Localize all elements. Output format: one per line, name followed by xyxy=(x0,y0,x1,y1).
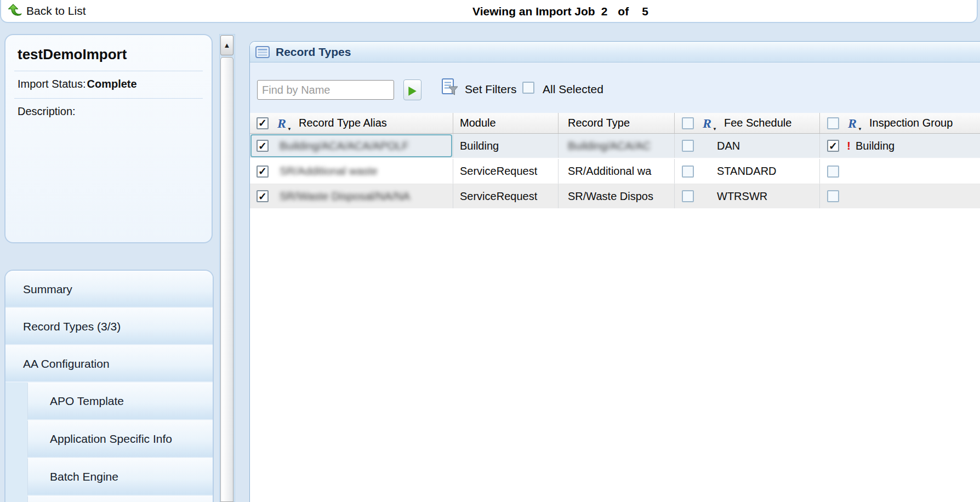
job-total-number: 5 xyxy=(642,5,648,18)
all-selected-checkbox[interactable] xyxy=(522,82,534,94)
column-header-module: Module xyxy=(453,113,559,133)
back-to-list-label: Back to List xyxy=(26,4,86,18)
column-label: Record Type Alias xyxy=(299,117,387,129)
checkmark-icon: ✓ xyxy=(258,191,267,202)
inspection-group-value: Building xyxy=(856,140,894,152)
job-current-number: 2 xyxy=(601,5,608,18)
import-status-line: Import Status:Complete xyxy=(18,78,200,90)
cell-record-type: SR/Additional wa xyxy=(559,159,675,184)
column-label: Fee Schedule xyxy=(724,117,791,129)
vertical-scrollbar[interactable]: ▲ xyxy=(219,34,235,502)
row-select-checkbox[interactable]: ✓ xyxy=(257,166,269,178)
search-go-button[interactable]: ▶ xyxy=(403,79,421,100)
sidebar-item-label: APO Template xyxy=(50,395,124,407)
row-select-checkbox[interactable]: ✓ xyxy=(257,190,269,202)
sidebar-item-partial[interactable] xyxy=(27,496,213,502)
inspection-group-checkbox[interactable]: ✓ xyxy=(827,140,839,152)
inspection-group-select-all-checkbox[interactable] xyxy=(827,117,839,129)
divider xyxy=(14,98,203,99)
import-status-value: Complete xyxy=(87,78,137,90)
cell-fee-schedule: STANDARD xyxy=(675,159,820,184)
record-type-alias-value: SR/Additional waste xyxy=(280,165,378,178)
record-types-panel: Record Types ▶ Set Filters All Selected … xyxy=(249,41,980,502)
select-all-checkbox[interactable]: ✓ xyxy=(257,117,269,129)
scrollbar-thumb[interactable] xyxy=(220,57,233,502)
back-arrow-icon xyxy=(8,4,22,18)
fee-schedule-select-all-checkbox[interactable] xyxy=(682,117,694,129)
module-value: ServiceRequest xyxy=(460,165,537,178)
import-status-label: Import Status: xyxy=(18,78,86,90)
cell-fee-schedule: WTRSWR xyxy=(675,184,820,208)
sidebar-item-record-types[interactable]: Record Types (3/3) xyxy=(5,308,213,345)
page-title: Viewing an Import Job 2 of 5 xyxy=(472,5,648,18)
table-row[interactable]: ✓ Building/ACA/ACA/APOLF Building Buildi… xyxy=(250,134,980,159)
sidebar-item-label: Batch Engine xyxy=(50,470,118,483)
column-label: Module xyxy=(460,117,496,129)
divider xyxy=(14,71,203,71)
cell-inspection-group: ✓ ! Building xyxy=(820,134,980,158)
record-type-alias-value: Building/ACA/ACA/APOLF xyxy=(280,140,409,152)
table-row[interactable]: ✓ SR/Waste Disposal/NA/NA ServiceRequest… xyxy=(250,184,980,209)
sidebar-item-label: Summary xyxy=(23,283,72,295)
cell-inspection-group xyxy=(820,184,980,208)
inspection-group-checkbox[interactable] xyxy=(827,190,839,202)
cell-fee-schedule: DAN xyxy=(675,134,820,158)
cell-module: ServiceRequest xyxy=(453,159,559,184)
inspection-group-checkbox[interactable] xyxy=(827,166,839,178)
fee-schedule-filter-icon[interactable]: R▼ xyxy=(703,117,717,130)
checkmark-icon: ✓ xyxy=(258,118,267,128)
record-type-filter-icon[interactable]: R▼ xyxy=(277,117,292,130)
sidebar-subsection: APO Template Application Specific Info B… xyxy=(27,383,213,502)
scroll-up-button[interactable]: ▲ xyxy=(220,35,233,55)
record-type-value: Building/ACA/AC xyxy=(568,140,651,152)
panel-title: Record Types xyxy=(276,45,351,59)
fee-schedule-checkbox[interactable] xyxy=(682,140,694,152)
module-value: ServiceRequest xyxy=(460,190,537,203)
sidebar-item-application-specific-info[interactable]: Application Specific Info xyxy=(27,420,213,458)
up-arrow-icon: ▲ xyxy=(224,41,231,49)
all-selected-label: All Selected xyxy=(543,83,603,96)
import-info-card: testDemoImport Import Status:Complete De… xyxy=(4,34,213,243)
cell-module: ServiceRequest xyxy=(453,184,559,208)
fee-schedule-value: WTRSWR xyxy=(717,190,767,203)
sidebar-item-batch-engine[interactable]: Batch Engine xyxy=(27,458,213,496)
table-row[interactable]: ✓ SR/Additional waste ServiceRequest SR/… xyxy=(250,159,980,184)
sidebar-item-apo-template[interactable]: APO Template xyxy=(27,383,213,420)
cell-record-type-alias: ✓ SR/Waste Disposal/NA/NA xyxy=(250,184,453,208)
back-to-list-button[interactable]: Back to List xyxy=(8,4,86,18)
sidebar-item-label: Application Specific Info xyxy=(50,432,172,445)
column-label: Record Type xyxy=(568,117,630,129)
inspection-group-filter-icon[interactable]: R▼ xyxy=(848,117,862,130)
sidebar-item-label: AA Configuration xyxy=(23,357,110,370)
module-value: Building xyxy=(460,140,499,152)
row-select-checkbox[interactable]: ✓ xyxy=(257,140,269,152)
description-label: Description: xyxy=(18,105,76,117)
cell-record-type: Building/ACA/AC xyxy=(559,134,675,158)
sort-arrow-icon: ▼ xyxy=(858,127,862,132)
column-label: Inspection Group xyxy=(869,117,953,129)
alert-icon: ! xyxy=(847,139,851,152)
record-types-icon xyxy=(255,46,270,58)
checkmark-icon: ✓ xyxy=(258,166,267,176)
fee-schedule-checkbox[interactable] xyxy=(682,166,694,178)
description-line: Description: xyxy=(18,105,200,118)
fee-schedule-value: DAN xyxy=(717,140,740,152)
fee-schedule-value: STANDARD xyxy=(717,165,777,178)
set-filters-icon[interactable] xyxy=(442,78,458,96)
sidebar-item-aa-configuration[interactable]: AA Configuration xyxy=(5,345,213,383)
sort-arrow-icon: ▼ xyxy=(287,127,292,132)
checkmark-icon: ✓ xyxy=(258,141,267,151)
column-header-inspection-group: R▼ Inspection Group xyxy=(820,113,980,133)
cell-inspection-group xyxy=(820,159,980,184)
top-bar: Back to List Viewing an Import Job 2 of … xyxy=(0,0,978,23)
sort-arrow-icon: ▼ xyxy=(713,127,717,132)
find-by-name-input[interactable] xyxy=(257,80,394,100)
set-filters-label[interactable]: Set Filters xyxy=(465,83,517,96)
cell-record-type: SR/Waste Dispos xyxy=(559,184,675,208)
sidebar-item-summary[interactable]: Summary xyxy=(5,271,213,308)
fee-schedule-checkbox[interactable] xyxy=(682,190,694,202)
column-header-record-type: Record Type xyxy=(559,113,675,133)
import-name: testDemoImport xyxy=(18,46,200,63)
record-type-value: SR/Additional wa xyxy=(568,165,651,178)
cell-record-type-alias: ✓ SR/Additional waste xyxy=(250,159,453,184)
